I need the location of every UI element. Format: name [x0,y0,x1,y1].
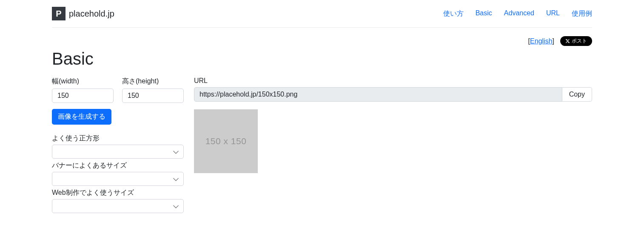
top-actions: [English] ポスト [52,36,592,46]
width-input[interactable] [52,88,114,103]
navbar: P placehold.jp 使い方 Basic Advanced URL 使用… [52,0,592,28]
height-input[interactable] [122,88,184,103]
nav-links: 使い方 Basic Advanced URL 使用例 [443,9,592,18]
preset-square-select[interactable] [52,145,184,159]
english-link[interactable]: English [530,37,552,45]
preset-web-select[interactable] [52,199,184,213]
preview-image: 150 x 150 [194,109,258,173]
preset-banner-select[interactable] [52,172,184,186]
x-icon [565,39,570,43]
nav-link-advanced[interactable]: Advanced [504,9,534,18]
result-column: URL https://placehold.jp/150x150.png Cop… [194,77,592,173]
brand-icon: P [52,7,66,20]
nav-link-usage[interactable]: 使い方 [443,9,464,18]
bracket-close: ] [553,37,554,45]
preset-square-label: よく使う正方形 [52,134,184,143]
width-label: 幅(width) [52,77,114,86]
generate-button[interactable]: 画像を生成する [52,109,111,125]
brand-name: placehold.jp [69,9,114,19]
post-button[interactable]: ポスト [560,36,592,46]
preset-web-label: Web制作でよく使うサイズ [52,188,184,197]
height-label: 高さ(height) [122,77,184,86]
url-output[interactable]: https://placehold.jp/150x150.png [194,87,562,102]
main-content: 幅(width) 高さ(height) 画像を生成する よく使う正方形 バナーに… [52,77,592,216]
page-title: Basic [52,49,592,68]
language-switch: [English] [528,37,554,45]
nav-link-url[interactable]: URL [546,9,560,18]
form-column: 幅(width) 高さ(height) 画像を生成する よく使う正方形 バナーに… [52,77,184,216]
preset-banner-label: バナーによくあるサイズ [52,161,184,170]
url-label: URL [194,77,592,85]
preview-text: 150 x 150 [205,136,247,146]
nav-link-examples[interactable]: 使用例 [572,9,592,18]
post-button-label: ポスト [572,37,587,45]
nav-link-basic[interactable]: Basic [476,9,492,18]
copy-button[interactable]: Copy [562,87,592,102]
brand[interactable]: P placehold.jp [52,7,114,20]
